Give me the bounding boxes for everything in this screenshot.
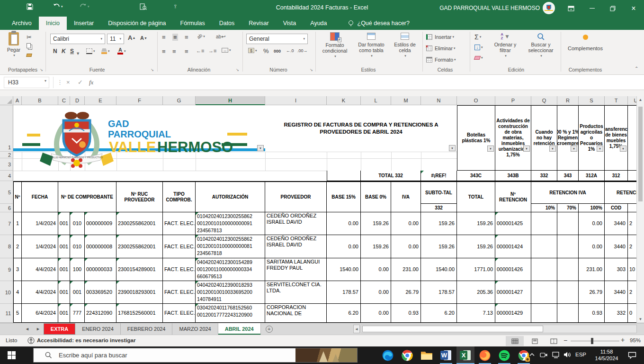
cell-r8-F[interactable]: 2300255862001 — [116, 235, 163, 258]
accessibility-status[interactable]: Accesibilidad: es necesario investigar — [37, 337, 135, 343]
sheet-nav-left-icon[interactable]: ◄ — [22, 323, 33, 335]
cell-r8-T[interactable]: 3440 — [605, 235, 628, 258]
filter-header-R[interactable]: 100 % y 1%.- Regimen microempresa▼ — [557, 105, 579, 171]
column-header-C[interactable]: C — [58, 96, 70, 105]
cell-r7-D[interactable]: 010 — [70, 212, 85, 235]
header-ruc[interactable]: Nº RUC PROVEEDOR — [116, 181, 163, 212]
row-header-4[interactable]: 4 — [0, 171, 13, 181]
column-header-K[interactable]: K — [327, 96, 361, 105]
cell-r9-S[interactable]: 231.00 — [579, 258, 605, 281]
cell-r11-D[interactable]: 777 — [70, 304, 85, 323]
cell-r10-R[interactable] — [557, 281, 579, 304]
taskbar-app-file-explorer-icon[interactable] — [418, 346, 436, 364]
filter-dropdown-title-cell[interactable]: ▼ — [449, 145, 456, 151]
column-header-H[interactable]: H — [196, 96, 265, 105]
sheet-tab-abril-2024[interactable]: ABRIL 2024 — [218, 323, 261, 335]
cell-r10-L[interactable]: 0.00 — [361, 281, 391, 304]
cell-r9-O[interactable]: 1771.00 — [457, 258, 495, 281]
cell-r9-T[interactable]: 303 — [605, 258, 628, 281]
cell-r11-A[interactable]: 5 — [13, 304, 22, 323]
cell-r8-H[interactable]: 01042024012300255862 0012001010000000008… — [196, 235, 265, 258]
cell-r11-N[interactable]: 6.20 — [421, 304, 457, 323]
cell-r11-S[interactable]: 0.93 — [579, 304, 605, 323]
cell-r7-B[interactable]: 1/4/2024 — [22, 212, 58, 235]
row-header-8[interactable]: 8 — [0, 235, 13, 258]
cell-r8-G[interactable]: FACT. ELEC. — [163, 235, 196, 258]
cell-r11-G[interactable]: FACT. ELEC. — [163, 304, 196, 323]
clock[interactable]: 11:5814/5/2024 — [591, 348, 622, 362]
cell-r7-R[interactable] — [557, 212, 579, 235]
cell-r7-S[interactable]: 0.00 — [579, 212, 605, 235]
column-header-D[interactable]: D — [70, 96, 85, 105]
column-header-B[interactable]: B — [22, 96, 58, 105]
language-indicator[interactable]: ESP — [575, 352, 586, 357]
zoom-slider[interactable] — [571, 341, 619, 341]
cell-code-P[interactable]: 343B — [495, 171, 531, 181]
cell-r7-I[interactable]: CEDEÑO ORDOÑEZ ISRAEL DAVID — [265, 212, 327, 235]
cell-r10-H[interactable]: 04042024012390018293 0012001001003369520… — [196, 281, 265, 304]
header-tipo[interactable]: TIPO COMPROB. — [163, 181, 196, 212]
cell-r9-N[interactable]: 1540.00 — [421, 258, 457, 281]
cell-r9-Q[interactable] — [531, 258, 557, 281]
cell-r8-B[interactable]: 1/4/2024 — [22, 235, 58, 258]
cell-r9-H[interactable]: 04042024012300154289 0012001100000000033… — [196, 258, 265, 281]
cell-r10-A[interactable]: 4 — [13, 281, 22, 304]
column-header-I[interactable]: I — [265, 96, 327, 105]
cell-r10-P[interactable]: 000001427 — [495, 281, 531, 304]
accessibility-icon[interactable] — [27, 337, 35, 345]
cell-total-label[interactable]: TOTAL 332 — [361, 171, 421, 181]
header-total[interactable]: TOTAL — [457, 181, 495, 212]
cell-r11-O[interactable]: 7.13 — [457, 304, 495, 323]
cell-r8-E[interactable]: 000000008 — [85, 235, 116, 258]
column-header-P[interactable]: P — [495, 96, 531, 105]
cell-r9-F[interactable]: 2300154289001 — [116, 258, 163, 281]
cell-r7-H[interactable]: 01042024012300255862 0012001010000000009… — [196, 212, 265, 235]
cell-r10-G[interactable]: FACT. ELEC. — [163, 281, 196, 304]
cell-r7-L[interactable]: 159.26 — [361, 212, 391, 235]
cell-r9-G[interactable]: FACT. ELEC. — [163, 258, 196, 281]
cell-ref-error[interactable]: #¡REF! — [421, 171, 457, 181]
cell-r8-L[interactable]: 159.26 — [361, 235, 391, 258]
row-header-2[interactable]: 2 — [0, 152, 13, 158]
row-header-11[interactable]: 11 — [0, 304, 13, 323]
taskbar-app-firefox-icon[interactable] — [476, 346, 494, 364]
header-cod[interactable]: COD — [605, 204, 628, 212]
filter-header-Q[interactable]: Cuando no hay retención▼ — [531, 105, 557, 171]
zoom-slider-thumb[interactable] — [591, 338, 593, 344]
column-header-G[interactable]: G — [163, 96, 196, 105]
start-button[interactable] — [8, 351, 16, 359]
header-subtotal[interactable]: SUBTO-TAL — [421, 181, 457, 204]
row-header-9[interactable]: 9 — [0, 258, 13, 281]
vertical-scroll-thumb[interactable] — [638, 107, 643, 201]
new-sheet-button[interactable]: + — [266, 323, 273, 335]
filter-header-S[interactable]: Productos agricoilas o Pecuarios 1%▼ — [579, 105, 605, 171]
header-iva[interactable]: IVA — [391, 181, 421, 212]
cell-r10-D[interactable]: 001 — [70, 281, 85, 304]
cell-r9-E[interactable]: 000000033 — [85, 258, 116, 281]
cell-r9-M[interactable]: 231.00 — [391, 258, 421, 281]
cell-r9-P[interactable]: 000001426 — [495, 258, 531, 281]
filter-dropdown-icon[interactable]: ▼ — [523, 146, 530, 152]
header-comprobante[interactable]: Nº DE COMPROBANTE — [58, 181, 116, 212]
cell-code-T[interactable]: 312 — [605, 171, 628, 181]
report-title-cell[interactable]: REGISTRO DE FACTURAS DE COMPRA Y RETENCI… — [265, 105, 457, 152]
filter-header-T[interactable]: Transferencia de bienes muebles 1,75%▼ — [605, 105, 628, 171]
cell-r11-I[interactable]: CORPORACION NACIONAL DE — [265, 304, 327, 323]
cell-r11-M[interactable]: 0.93 — [391, 304, 421, 323]
cell-r8-P[interactable]: 000001424 — [495, 235, 531, 258]
filter-dropdown-icon[interactable]: ▼ — [549, 146, 556, 152]
cell-code-S[interactable]: 312A — [579, 171, 605, 181]
cell-r8-S[interactable]: 0.00 — [579, 235, 605, 258]
column-header-O[interactable]: O — [457, 96, 495, 105]
view-normal-icon[interactable] — [506, 336, 524, 346]
zoom-out-button[interactable]: − — [564, 337, 567, 344]
cell-r10-M[interactable]: 26.79 — [391, 281, 421, 304]
vertical-scrollbar[interactable]: ▲ ▼ — [636, 96, 644, 323]
cell-r8-K[interactable]: 0.00 — [327, 235, 361, 258]
header-subtotal-code[interactable]: 332 — [421, 204, 457, 212]
meet-now-icon[interactable] — [540, 352, 548, 358]
cell-r11-C[interactable]: 001 — [58, 304, 70, 323]
cell-r8-A[interactable]: 2 — [13, 235, 22, 258]
cell-r7-Q[interactable] — [531, 212, 557, 235]
row-header-10[interactable]: 10 — [0, 281, 13, 304]
